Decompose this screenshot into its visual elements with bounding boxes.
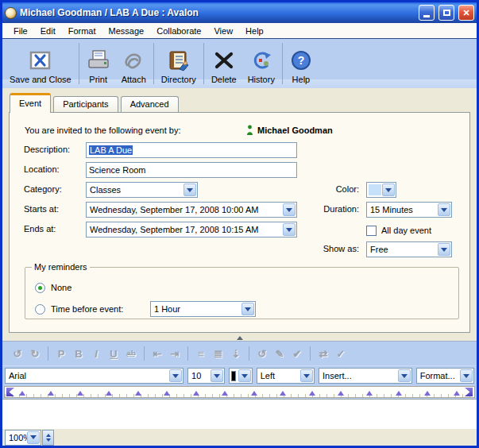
location-input[interactable]: Science Room	[86, 162, 297, 178]
menu-view[interactable]: View	[207, 25, 239, 37]
move-down-icon[interactable]: ⇣	[227, 348, 245, 360]
message-body[interactable]	[2, 399, 477, 428]
toolbar-separator	[79, 43, 79, 84]
zoom-stepper[interactable]	[42, 430, 54, 446]
menu-message[interactable]: Message	[102, 25, 151, 37]
color-select[interactable]	[366, 182, 396, 198]
maximize-button[interactable]	[438, 5, 454, 21]
tab-stop-icon[interactable]	[251, 391, 257, 396]
delete-button[interactable]: Delete	[206, 41, 242, 87]
font-size-select[interactable]: 10	[187, 368, 225, 384]
font-bar: Arial 10 Left Insert... Format...	[2, 365, 477, 385]
tab-stop-icon[interactable]	[135, 391, 141, 396]
spellcheck-icon[interactable]: ✓	[332, 348, 350, 360]
font-family-value: Arial	[9, 371, 26, 380]
duration-select[interactable]: 15 Minutes	[366, 202, 452, 218]
my-reminders-title: My reminders	[32, 262, 90, 272]
italic-icon[interactable]: I	[87, 348, 105, 360]
ruler-zone	[2, 385, 477, 399]
format-select[interactable]: Format...	[416, 368, 474, 384]
text-color-select[interactable]	[229, 368, 253, 384]
left-margin-marker[interactable]	[6, 388, 14, 396]
minimize-button[interactable]	[419, 5, 435, 21]
location-value: Science Room	[89, 165, 146, 175]
pane-splitter[interactable]	[2, 334, 477, 342]
tab-stop-icon[interactable]	[222, 391, 228, 396]
font-size-value: 10	[191, 371, 201, 380]
chevron-down-icon	[183, 183, 196, 196]
reminder-time-select[interactable]: 1 Hour	[150, 301, 256, 317]
menu-collaborate[interactable]: Collaborate	[150, 25, 207, 37]
tab-stop-icon[interactable]	[309, 391, 315, 396]
spin-down-icon	[46, 438, 51, 442]
tab-stop-icon[interactable]	[48, 391, 54, 396]
format-value: Format...	[420, 371, 455, 380]
all-day-checkbox[interactable]	[366, 226, 377, 236]
alignment-select[interactable]: Left	[257, 368, 315, 384]
bold-icon[interactable]: B	[70, 348, 87, 360]
tab-stop-icon[interactable]	[164, 391, 170, 396]
reminder-time-value: 1 Hour	[154, 304, 180, 314]
tab-stop-icon[interactable]	[396, 391, 402, 396]
description-input[interactable]: LAB A Due	[86, 142, 297, 158]
tab-stop-icon[interactable]	[424, 391, 431, 396]
history-button[interactable]: History	[242, 41, 280, 87]
attach-icon	[122, 48, 145, 73]
reminder-time-radio[interactable]	[35, 304, 45, 315]
reminder-none-radio[interactable]	[35, 283, 45, 293]
paragraph-icon[interactable]: P	[52, 348, 70, 360]
tab-stop-icon[interactable]	[193, 391, 199, 396]
replace-icon[interactable]: ⇄	[315, 348, 332, 360]
indent-icon[interactable]: ⇥	[166, 348, 183, 360]
revert-icon[interactable]: ↺	[253, 348, 271, 360]
tab-advanced[interactable]: Advanced	[121, 96, 179, 112]
outdent-icon[interactable]: ⇤	[149, 348, 166, 360]
save-and-close-button[interactable]: Save and Close	[4, 41, 77, 87]
attach-button[interactable]: Attach	[116, 41, 152, 87]
tab-stop-icon[interactable]	[280, 391, 286, 396]
chevron-down-icon	[460, 369, 473, 382]
font-family-select[interactable]: Arial	[5, 368, 183, 384]
starts-at-select[interactable]: Wednesday, September 17, 2008 10:00 AM	[86, 202, 297, 218]
tab-stop-icon[interactable]	[19, 391, 25, 396]
redo-icon[interactable]: ↻	[26, 348, 44, 360]
tab-stop-icon[interactable]	[106, 391, 112, 396]
help-button[interactable]: ? Help	[284, 41, 318, 87]
ends-at-select[interactable]: Wednesday, September 17, 2008 10:15 AM	[86, 222, 297, 238]
undo-icon[interactable]: ↺	[9, 348, 26, 360]
line-spacing-icon[interactable]: ≡	[192, 348, 210, 360]
approve-icon[interactable]: ✔	[288, 348, 306, 360]
toolbar-separator	[153, 43, 154, 84]
print-button[interactable]: Print	[81, 41, 116, 87]
close-button[interactable]: ✕	[458, 5, 474, 21]
right-margin-marker[interactable]	[465, 388, 473, 396]
description-value: LAB A Due	[89, 145, 133, 155]
starts-at-value: Wednesday, September 17, 2008 10:00 AM	[90, 205, 258, 214]
menu-edit[interactable]: Edit	[34, 25, 62, 37]
directory-button[interactable]: Directory	[156, 41, 202, 87]
ruler[interactable]	[4, 386, 475, 398]
collapse-handle-icon	[237, 336, 243, 340]
menu-format[interactable]: Format	[62, 25, 102, 37]
history-icon	[249, 48, 273, 73]
chevron-down-icon	[283, 203, 296, 216]
zoom-select[interactable]: 100%	[5, 430, 41, 446]
strikethrough-icon[interactable]: ab	[122, 350, 140, 358]
menu-file[interactable]: File	[7, 25, 34, 37]
underline-icon[interactable]: U	[105, 348, 122, 360]
category-select[interactable]: Classes	[86, 182, 198, 198]
show-as-select[interactable]: Free	[366, 241, 452, 257]
chevron-down-icon	[238, 369, 251, 382]
tab-stop-icon[interactable]	[454, 391, 460, 396]
tab-stop-icon[interactable]	[366, 391, 373, 396]
tab-stop-icon[interactable]	[338, 391, 344, 396]
insert-select[interactable]: Insert...	[319, 368, 412, 384]
color-label: Color:	[297, 184, 359, 194]
menu-help[interactable]: Help	[239, 25, 270, 37]
paragraph-spacing-icon[interactable]: ≣	[210, 348, 227, 360]
tab-participants[interactable]: Participants	[53, 96, 118, 112]
tab-stop-icon[interactable]	[77, 391, 83, 396]
tab-event[interactable]: Event	[10, 93, 51, 113]
pen-icon[interactable]: ✎	[271, 348, 288, 360]
category-value: Classes	[90, 185, 121, 195]
